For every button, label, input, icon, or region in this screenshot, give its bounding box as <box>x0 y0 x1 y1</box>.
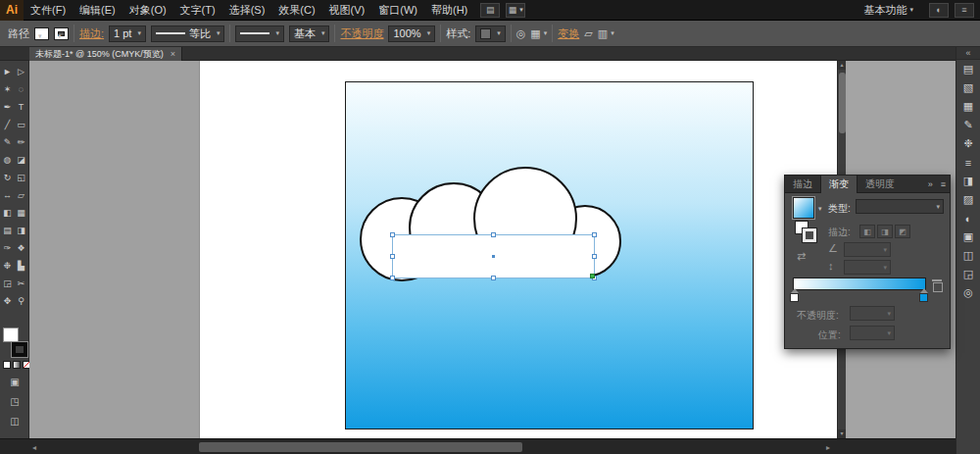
magic-wand-tool[interactable]: ✶ <box>1 82 15 96</box>
menu-effect[interactable]: 效果(C) <box>271 0 321 21</box>
blob-brush-tool[interactable]: ◍ <box>1 153 15 167</box>
document-layout-icon[interactable]: ▦ <box>506 3 525 18</box>
pen-tool[interactable]: ✒ <box>1 100 15 114</box>
panel-expand-icon[interactable]: » <box>924 179 937 189</box>
graphic-styles-panel-icon[interactable]: ▣ <box>956 227 980 246</box>
opacity-value-dropdown[interactable]: 100% <box>388 25 435 42</box>
shape-builder-tool[interactable]: ◧ <box>1 206 15 220</box>
eraser-tool[interactable]: ◪ <box>15 153 28 167</box>
fill-color-swatch[interactable] <box>34 27 49 40</box>
tab-close-icon[interactable]: × <box>171 50 175 59</box>
transform-extra-icon[interactable]: ▱ <box>584 27 592 40</box>
horizontal-scroll-thumb[interactable] <box>199 442 522 452</box>
gradient-fill-thumbnail[interactable] <box>793 197 814 219</box>
blend-tool[interactable]: ❖ <box>15 241 28 255</box>
artboard-tool[interactable]: ◲ <box>1 277 15 290</box>
width-tool[interactable]: ↔ <box>1 188 15 202</box>
stroke-color-swatch[interactable] <box>54 27 69 40</box>
arrange-documents-icon[interactable]: ▤ <box>480 3 500 18</box>
workspace-switcher[interactable]: 基本功能 <box>863 3 913 18</box>
navigator-panel-icon[interactable]: ◎ <box>956 283 980 302</box>
stroke-across-icon[interactable]: ◩ <box>895 225 910 238</box>
width-profile-dropdown[interactable]: 等比 <box>151 25 225 42</box>
transparency-panel-icon[interactable]: ▨ <box>956 190 980 209</box>
extra-options-icon[interactable]: ▥ <box>598 27 614 40</box>
selection-handle[interactable] <box>390 232 395 237</box>
selection-handle[interactable] <box>592 254 597 259</box>
selection-handle[interactable] <box>491 276 496 280</box>
fill-swatch[interactable] <box>3 328 19 342</box>
selection-handle[interactable] <box>592 232 597 237</box>
color-panel-icon[interactable]: ▤ <box>956 60 980 78</box>
brush-definition-dropdown[interactable]: 基本 <box>289 25 330 42</box>
cs-live-icon[interactable]: ◐ <box>929 3 949 18</box>
menu-window[interactable]: 窗口(W) <box>371 0 424 21</box>
line-segment-tool[interactable]: ╱ <box>1 118 15 131</box>
document-viewport[interactable] <box>29 61 845 438</box>
symbols-panel-icon[interactable]: ❉ <box>956 134 980 153</box>
mesh-tool[interactable]: ▤ <box>1 224 15 237</box>
menu-type[interactable]: 文字(T) <box>173 0 222 21</box>
appearance-panel-icon[interactable]: ◐ <box>956 209 980 227</box>
horizontal-scrollbar[interactable]: ◂ ▸ <box>0 438 980 454</box>
vertical-scroll-thumb[interactable] <box>839 73 846 133</box>
panel-menu-icon[interactable]: ≡ <box>937 179 950 189</box>
color-guide-panel-icon[interactable]: ▧ <box>956 78 980 97</box>
scroll-down-icon[interactable]: ▾ <box>838 429 846 438</box>
stroke-swatch[interactable] <box>12 342 27 357</box>
tab-stroke[interactable]: 描边 <box>785 176 820 193</box>
scroll-up-icon[interactable]: ▴ <box>838 61 846 70</box>
selection-handle[interactable] <box>390 276 395 280</box>
stroke-within-icon[interactable]: ◧ <box>859 225 875 238</box>
layers-panel-icon[interactable]: ◫ <box>956 246 980 265</box>
pencil-tool[interactable]: ✏ <box>15 135 28 149</box>
position-dropdown[interactable] <box>850 326 895 340</box>
transform-panel-link[interactable]: 变换 <box>558 26 579 41</box>
brush-stroke-dropdown[interactable] <box>235 25 284 42</box>
artboards-panel-icon[interactable]: ◲ <box>956 265 980 283</box>
document-tab[interactable]: 未标题-1* @ 150% (CMYK/预览) × <box>29 47 182 61</box>
rectangle-tool[interactable]: ▭ <box>15 118 28 131</box>
menu-object[interactable]: 对象(O) <box>122 0 173 21</box>
gradient-button[interactable] <box>13 361 21 369</box>
gradient-type-dropdown[interactable] <box>856 199 944 214</box>
scale-tool[interactable]: ◱ <box>15 171 28 184</box>
gradient-preset-caret-icon[interactable]: ▾ <box>818 205 822 213</box>
brushes-panel-icon[interactable]: ✎ <box>956 116 980 134</box>
panel-stroke-swatch[interactable] <box>803 228 816 242</box>
reverse-gradient-icon[interactable]: ⇄ <box>797 250 806 263</box>
color-button[interactable] <box>3 361 11 369</box>
swatches-panel-icon[interactable]: ▦ <box>956 97 980 116</box>
stroke-along-icon[interactable]: ◨ <box>877 225 893 238</box>
free-transform-tool[interactable]: ▱ <box>15 188 28 202</box>
gradient-tool[interactable]: ◨ <box>15 224 28 237</box>
dock-collapse-icon[interactable]: « <box>956 47 980 60</box>
aspect-ratio-dropdown[interactable] <box>844 260 891 275</box>
align-options-icon[interactable]: ▦ <box>530 27 547 40</box>
scroll-left-icon[interactable]: ◂ <box>32 443 36 452</box>
document-setup-icon[interactable]: ◎ <box>516 27 526 40</box>
panel-fill-stroke-widget[interactable] <box>795 221 818 244</box>
paintbrush-tool[interactable]: ✎ <box>1 135 15 149</box>
gradient-slider[interactable] <box>793 277 926 290</box>
menu-select[interactable]: 选择(S) <box>222 0 272 21</box>
rotate-tool[interactable]: ↻ <box>1 171 15 184</box>
opacity-panel-link[interactable]: 不透明度 <box>340 26 383 41</box>
eyedropper-tool[interactable]: ✑ <box>1 241 15 255</box>
hand-tool[interactable]: ✥ <box>1 294 15 308</box>
menu-help[interactable]: 帮助(H) <box>424 0 474 21</box>
opacity-dropdown[interactable] <box>850 306 895 321</box>
selection-handle[interactable] <box>390 254 395 259</box>
edit-toolbar-icon[interactable]: ◫ <box>0 416 29 427</box>
scroll-right-icon[interactable]: ▸ <box>826 443 830 452</box>
style-dropdown[interactable] <box>475 25 506 42</box>
menu-view[interactable]: 视图(V) <box>322 0 372 21</box>
screen-mode-icon[interactable]: ◳ <box>0 396 29 407</box>
selection-handle[interactable] <box>491 232 496 237</box>
panel-menu-icon[interactable]: ≡ <box>955 3 974 18</box>
lasso-tool[interactable]: ◌ <box>15 82 28 96</box>
slice-tool[interactable]: ✂ <box>15 277 28 290</box>
gradient-stop-start[interactable] <box>790 293 799 302</box>
tab-gradient[interactable]: 渐变 <box>820 176 858 193</box>
stroke-weight-dropdown[interactable]: 1 pt <box>109 25 146 42</box>
